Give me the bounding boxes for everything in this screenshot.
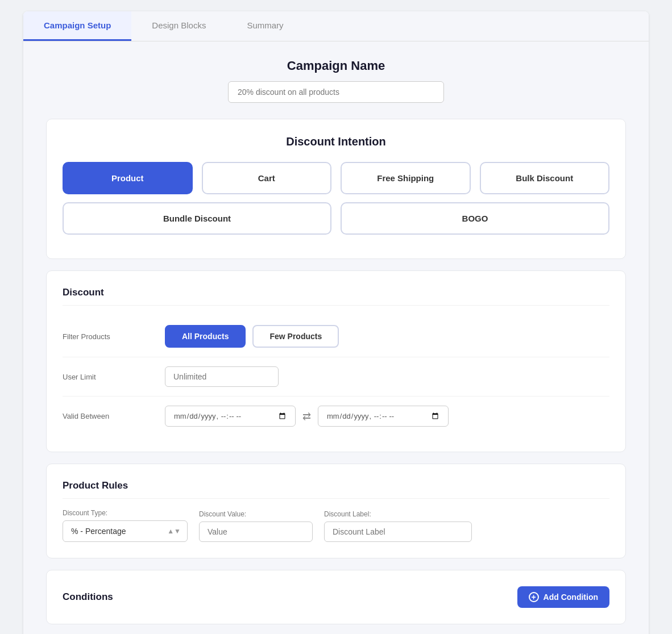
filter-buttons: All Products Few Products — [165, 325, 339, 348]
discount-label-label: Discount Label: — [324, 510, 472, 518]
plus-circle-icon: + — [529, 592, 539, 602]
user-limit-input[interactable] — [165, 366, 279, 387]
intention-row-2: Bundle Discount BOGO — [63, 202, 609, 235]
valid-between-label: Valid Between — [63, 412, 165, 420]
discount-type-wrapper: % - Percentage $ - Fixed Amount ▲▼ — [63, 520, 188, 542]
discount-label-group: Discount Label: — [324, 510, 472, 542]
discount-intention-card: Discount Intention Product Cart Free Shi… — [46, 119, 626, 259]
intention-btn-bundle-discount[interactable]: Bundle Discount — [63, 202, 331, 235]
rules-fields: Discount Type: % - Percentage $ - Fixed … — [63, 509, 609, 542]
filter-btn-all-products[interactable]: All Products — [165, 325, 246, 348]
conditions-header: Conditions + Add Condition — [63, 586, 609, 608]
discount-value-input[interactable] — [199, 522, 313, 542]
tab-summary[interactable]: Summary — [226, 11, 304, 41]
discount-card: Discount Filter Products All Products Fe… — [46, 270, 626, 452]
date-separator-icon: ⇄ — [302, 410, 311, 423]
user-limit-row: User Limit — [63, 357, 609, 397]
valid-from-input[interactable] — [165, 406, 296, 427]
discount-value-group: Discount Value: — [199, 510, 313, 542]
intention-btn-free-shipping[interactable]: Free Shipping — [341, 162, 471, 194]
discount-value-label: Discount Value: — [199, 510, 313, 518]
discount-type-group: Discount Type: % - Percentage $ - Fixed … — [63, 509, 188, 542]
add-condition-button[interactable]: + Add Condition — [517, 586, 609, 608]
discount-type-label: Discount Type: — [63, 509, 188, 517]
intention-btn-bulk-discount[interactable]: Bulk Discount — [480, 162, 610, 194]
filter-products-label: Filter Products — [63, 332, 165, 341]
conditions-title: Conditions — [63, 591, 113, 603]
discount-label-input[interactable] — [324, 522, 472, 542]
user-limit-label: User Limit — [63, 373, 165, 381]
intention-row-1: Product Cart Free Shipping Bulk Discount — [63, 162, 609, 194]
campaign-name-input[interactable] — [228, 81, 444, 103]
filter-products-row: Filter Products All Products Few Product… — [63, 316, 609, 357]
discount-type-select[interactable]: % - Percentage $ - Fixed Amount — [63, 520, 188, 542]
main-content: Campaign Name Discount Intention Product… — [23, 41, 649, 634]
intention-btn-product[interactable]: Product — [63, 162, 193, 194]
intention-btn-cart[interactable]: Cart — [202, 162, 332, 194]
valid-to-input[interactable] — [318, 406, 449, 427]
product-rules-title: Product Rules — [63, 480, 609, 499]
filter-btn-few-products[interactable]: Few Products — [252, 325, 339, 348]
tab-campaign-setup[interactable]: Campaign Setup — [23, 11, 131, 41]
tab-bar: Campaign Setup Design Blocks Summary — [23, 11, 649, 41]
page-container: Campaign Setup Design Blocks Summary Cam… — [23, 11, 649, 634]
discount-intention-title: Discount Intention — [63, 135, 609, 148]
add-condition-label: Add Condition — [544, 593, 598, 602]
product-rules-card: Product Rules Discount Type: % - Percent… — [46, 464, 626, 558]
tab-design-blocks[interactable]: Design Blocks — [131, 11, 226, 41]
campaign-name-title: Campaign Name — [46, 59, 626, 73]
conditions-card: Conditions + Add Condition — [46, 570, 626, 624]
valid-between-row: Valid Between ⇄ — [63, 397, 609, 436]
intention-btn-bogo[interactable]: BOGO — [341, 202, 609, 235]
discount-section-title: Discount — [63, 287, 609, 306]
